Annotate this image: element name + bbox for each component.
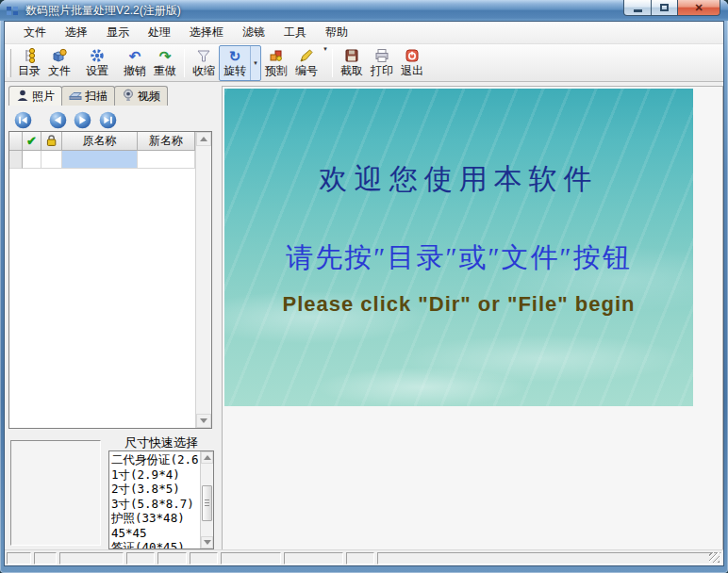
new-name-column-header[interactable]: 新名称 (138, 132, 195, 151)
triangle-up-icon (204, 455, 211, 460)
precut-icon (268, 48, 285, 64)
settings-button[interactable]: 设置 (82, 46, 112, 80)
toolbar-grip[interactable] (8, 49, 11, 77)
size-list-item[interactable]: 3寸(5.8*8.7) (111, 497, 199, 512)
menu-item-tools[interactable]: 工具 (274, 22, 316, 43)
number-button[interactable]: 编号 (291, 46, 322, 80)
maximize-button[interactable] (652, 0, 678, 16)
lock-cell[interactable] (41, 151, 62, 169)
status-panel (34, 552, 57, 565)
english-instruction-text: Please click "Dir" or "File" begin (224, 292, 693, 317)
lock-column-header[interactable] (41, 132, 62, 151)
app-window: 数码照片批量处理V2.2(注册版) ✕ 文件 选择 显示 处理 选择框 滤镜 工… (0, 0, 728, 573)
triangle-down-icon (200, 418, 207, 423)
menu-item-display[interactable]: 显示 (97, 22, 139, 43)
photo-person-icon (16, 89, 29, 105)
tab-video[interactable]: 视频 (114, 86, 168, 106)
size-list-item[interactable]: 1寸(2.9*4) (111, 467, 199, 483)
row-indicator-cell[interactable] (9, 151, 23, 169)
lock-icon (44, 133, 58, 150)
undo-icon: ↶ (129, 48, 141, 64)
menu-item-filter[interactable]: 滤镜 (233, 22, 274, 43)
scrollbar-thumb[interactable] (202, 485, 212, 521)
toolbar-label: 撤销 (124, 64, 146, 77)
size-panel-title: 尺寸快速选择 (108, 434, 214, 450)
exit-button[interactable]: 退出 (397, 46, 427, 80)
maximize-icon (660, 4, 669, 11)
toolbar-label: 目录 (18, 64, 41, 77)
status-panel (346, 552, 374, 565)
window-controls: ✕ (623, 0, 720, 16)
rotate-dropdown-button[interactable]: ▼ (250, 46, 260, 80)
scroll-down-button[interactable] (196, 414, 211, 428)
precut-button[interactable]: 预割 (261, 46, 291, 80)
welcome-text: 欢迎您使用本软件 (224, 160, 693, 199)
size-list-item[interactable]: 签证(40*45) (111, 540, 199, 549)
capture-button[interactable]: 截取 (337, 46, 367, 80)
undo-button[interactable]: ↶ 撤销 (120, 46, 150, 80)
file-button[interactable]: 文件 (44, 46, 74, 80)
minimize-icon (634, 9, 642, 12)
toolbar: 目录 文件 设置 ↶ 撤销 ↷ 重做 (5, 44, 723, 82)
close-button[interactable]: ✕ (678, 0, 720, 16)
toolbar-label: 预割 (265, 64, 288, 77)
app-icon (6, 4, 20, 18)
photo-list-table: ✔ 原名称 新名称 (8, 131, 212, 429)
size-list-scrollbar[interactable] (200, 451, 213, 548)
size-list-item[interactable]: 2寸(3.8*5) (111, 482, 199, 497)
size-list-item[interactable]: 二代身份证(2.6 (111, 452, 199, 467)
menu-item-help[interactable]: 帮助 (316, 22, 357, 43)
redo-button[interactable]: ↷ 重做 (150, 46, 180, 80)
original-name-cell[interactable] (62, 151, 138, 169)
toolbar-separator (184, 49, 185, 77)
print-button[interactable]: 打印 (367, 46, 397, 80)
triangle-down-icon (204, 540, 211, 545)
menu-item-selection-box[interactable]: 选择框 (180, 22, 233, 43)
capture-icon (343, 48, 360, 64)
source-tabs: 照片 扫描 视频 (8, 86, 167, 106)
toolbar-label: 退出 (401, 64, 423, 77)
table-vertical-scrollbar[interactable] (195, 132, 211, 428)
size-list-item[interactable]: 45*45 (111, 526, 199, 541)
welcome-photo: 欢迎您使用本软件 请先按″目录″或″文件″按钮 Please click "Di… (224, 89, 693, 406)
scroll-up-button[interactable] (196, 132, 211, 146)
status-bar (5, 549, 723, 565)
previous-photo-button[interactable] (49, 111, 67, 129)
rotate-button[interactable]: ↻ 旋转 (220, 46, 250, 80)
minimize-button[interactable] (623, 0, 652, 16)
menu-item-process[interactable]: 处理 (139, 22, 180, 43)
titlebar[interactable]: 数码照片批量处理V2.2(注册版) ✕ (0, 0, 728, 21)
webcam-icon (122, 89, 135, 105)
table-header: ✔ 原名称 新名称 (9, 132, 195, 151)
selected-cell[interactable] (23, 151, 41, 169)
toolbar-label: 编号 (295, 64, 318, 77)
tab-photo[interactable]: 照片 (8, 86, 62, 106)
rotate-icon: ↻ (229, 48, 241, 64)
row-indicator-header[interactable] (9, 132, 23, 151)
toolbar-separator (332, 49, 333, 77)
resize-grip[interactable] (709, 552, 720, 563)
menu-item-file[interactable]: 文件 (14, 22, 56, 43)
main-canvas-area: 欢迎您使用本软件 请先按″目录″或″文件″按钮 Please click "Di… (222, 86, 723, 551)
scroll-down-button[interactable] (201, 536, 213, 548)
menu-item-select[interactable]: 选择 (56, 22, 97, 43)
next-photo-button[interactable] (74, 111, 91, 129)
tab-scan[interactable]: 扫描 (61, 86, 115, 106)
selected-column-header[interactable]: ✔ (23, 132, 41, 151)
last-photo-button[interactable] (99, 111, 117, 129)
shrink-button[interactable]: 收缩 (189, 46, 219, 80)
size-list-item[interactable]: 护照(33*48) (111, 511, 199, 526)
sidebar-bottom-row: 尺寸快速选择 二代身份证(2.6 1寸(2.9*4) 2寸(3.8*5) 3寸(… (10, 434, 214, 549)
scroll-up-button[interactable] (201, 451, 213, 464)
new-name-cell[interactable] (138, 151, 195, 169)
toolbar-label: 设置 (86, 64, 108, 77)
rotate-button-group: ↻ 旋转 ▼ (219, 45, 261, 81)
directory-button[interactable]: 目录 (14, 46, 44, 80)
exit-power-icon (404, 48, 421, 64)
original-name-column-header[interactable]: 原名称 (62, 132, 138, 151)
status-panel (377, 552, 721, 565)
toolbar-label: 旋转 (223, 64, 246, 77)
number-dropdown-button[interactable]: ▼ (323, 46, 328, 52)
thumbnail-preview-box (10, 440, 101, 546)
first-photo-button[interactable] (14, 111, 32, 129)
